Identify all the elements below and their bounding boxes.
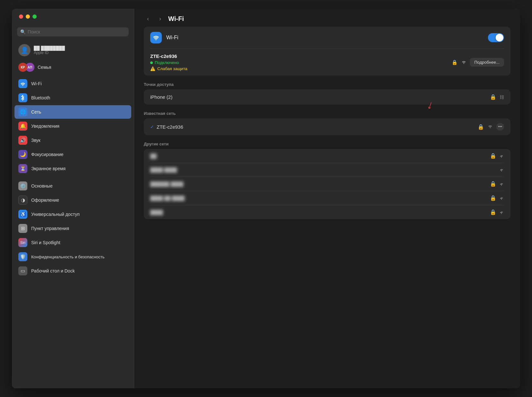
siri-label: Siri и Spotlight (31, 240, 60, 245)
wifi-toggle[interactable] (488, 33, 504, 42)
status-dot (150, 61, 153, 64)
lock-icon-connected: 🔒 (452, 60, 458, 65)
wifi-icon (18, 79, 27, 88)
lock-icon-other-3: 🔒 (490, 195, 496, 201)
main-content: ‹ › Wi-Fi Wi-Fi (134, 9, 520, 388)
sidebar-item-bluetooth[interactable]: Bluetooth (14, 91, 131, 105)
accessibility-label: Универсальный доступ (31, 212, 80, 217)
other-network-name-0: ██ (150, 153, 157, 159)
sidebar-item-notifications[interactable]: 🔔 Уведомления (14, 119, 131, 133)
search-icon: 🔍 (20, 29, 26, 34)
sidebar-item-general[interactable]: ⚙️ Основные (14, 179, 131, 193)
other-network-name-3: ████ ██ ████ (150, 196, 185, 201)
known-section: Известная сеть ↓ ✓ ZTE-c2e936 🔒 (144, 111, 510, 135)
family-avatar-1: КР (18, 63, 27, 72)
notifications-icon: 🔔 (18, 122, 27, 131)
other-networks-card: ██ 🔒 ████ ████ (144, 149, 510, 219)
family-label: Семья (38, 65, 51, 70)
sidebar-item-accessibility[interactable]: ♿ Универсальный доступ (14, 208, 131, 221)
wifi-header-row: Wi-Fi (144, 27, 510, 49)
other-network-row-2[interactable]: ██████ ████ 🔒 (144, 177, 510, 191)
other-networks-section: Другие сети ██ 🔒 ████ ████ (144, 142, 510, 219)
general-icon: ⚙️ (18, 181, 27, 190)
connected-network-row: ZTE-c2e936 Подключено ⚠️ Слабая защита 🔒 (144, 49, 510, 76)
sidebar-user[interactable]: 👤 ██ ████████ Apple ID (14, 42, 131, 59)
wifi-section-label: Wi-Fi (166, 35, 178, 41)
sidebar-item-network[interactable]: 🌐 Сеть (14, 105, 131, 119)
minimize-button[interactable] (26, 14, 30, 19)
link-icon: ⛓ (500, 95, 504, 100)
privacy-icon: 🛡️ (18, 252, 27, 261)
other-network-row-3[interactable]: ████ ██ ████ 🔒 (144, 191, 510, 205)
sound-label: Звук (31, 138, 41, 143)
desktop-icon: ▭ (18, 266, 27, 275)
hotspot-name: iPhone (2) (150, 94, 172, 100)
user-name: ██ ████████ (34, 46, 65, 51)
search-input[interactable] (28, 29, 125, 34)
known-title: Известная сеть (144, 111, 510, 118)
accessibility-icon: ♿ (18, 210, 27, 219)
other-network-row-0[interactable]: ██ 🔒 (144, 149, 510, 163)
wifi-icon-other-3 (499, 195, 504, 201)
bluetooth-label: Bluetooth (31, 95, 50, 100)
wifi-card: Wi-Fi ZTE-c2e936 Подключено (144, 27, 510, 76)
lock-icon-other-2: 🔒 (490, 181, 496, 187)
more-options-button[interactable]: ••• (496, 123, 504, 131)
other-network-row-4[interactable]: ████ 🔒 (144, 205, 510, 219)
sidebar-item-desktop[interactable]: ▭ Рабочий стол и Dock (14, 264, 131, 278)
warning-icon: ⚠️ (150, 66, 155, 71)
wifi-label: Wi-Fi (31, 81, 42, 86)
avatar: 👤 (18, 44, 31, 56)
control-icon: ⊞ (18, 224, 27, 233)
other-network-name-1: ████ ████ (150, 167, 177, 172)
sidebar-item-family[interactable]: КР АП Семья (14, 61, 131, 74)
wifi-icon-other-1 (499, 167, 504, 173)
sidebar-item-control[interactable]: ⊞ Пункт управления (14, 222, 131, 235)
hotspots-section: Точки доступа iPhone (2) 🔒 ⛓ (144, 82, 510, 105)
sidebar-item-appearance[interactable]: ◑ Оформление (14, 193, 131, 207)
lock-icon-hotspot: 🔒 (490, 94, 496, 100)
checkmark-icon: ✓ (150, 124, 154, 129)
back-button[interactable]: ‹ (144, 14, 152, 23)
known-network-name: ZTE-c2e936 (157, 124, 183, 130)
known-network-row[interactable]: ✓ ZTE-c2e936 🔒 ••• (144, 118, 510, 135)
privacy-label: Конфиденциальность и безопасность (31, 254, 105, 259)
connected-text: Подключено (155, 60, 179, 65)
bluetooth-icon (18, 93, 27, 102)
sidebar-item-siri[interactable]: Siri Siri и Spotlight (14, 236, 131, 249)
sound-icon: 🔊 (18, 136, 27, 145)
other-network-name-2: ██████ ████ (150, 181, 183, 187)
control-label: Пункт управления (31, 226, 69, 231)
appearance-icon: ◑ (18, 196, 27, 205)
hotspot-row-iphone[interactable]: iPhone (2) 🔒 ⛓ (144, 89, 510, 105)
wifi-icon-other-0 (499, 153, 504, 159)
wifi-icon-other-4 (499, 209, 504, 215)
weak-security-text: Слабая защита (157, 66, 187, 71)
desktop-label: Рабочий стол и Dock (31, 268, 75, 273)
sidebar: 🔍 👤 ██ ████████ Apple ID КР АП Семья (12, 9, 134, 388)
general-label: Основные (31, 183, 52, 189)
sidebar-item-wifi[interactable]: Wi-Fi (14, 77, 131, 90)
notifications-label: Уведомления (31, 124, 60, 129)
lock-icon-known: 🔒 (478, 124, 484, 130)
close-button[interactable] (19, 14, 23, 19)
wifi-signal-known (487, 124, 493, 130)
forward-button[interactable]: › (156, 14, 164, 23)
maximize-button[interactable] (32, 14, 37, 19)
sidebar-item-sound[interactable]: 🔊 Звук (14, 134, 131, 147)
topbar: ‹ › Wi-Fi (134, 9, 520, 27)
appearance-label: Оформление (31, 198, 59, 203)
other-network-name-4: ████ (150, 210, 163, 215)
security-status: ⚠️ Слабая защита (150, 66, 187, 71)
sidebar-item-screentime[interactable]: ⏳ Экранное время (14, 162, 131, 175)
screentime-label: Экранное время (31, 166, 66, 171)
sidebar-item-focus[interactable]: 🌙 Фокусирование (14, 148, 131, 161)
lock-icon-other-0: 🔒 (490, 153, 496, 159)
network-icon: 🌐 (18, 107, 27, 116)
other-network-row-1[interactable]: ████ ████ (144, 163, 510, 177)
sidebar-item-privacy[interactable]: 🛡️ Конфиденциальность и безопасность (14, 250, 131, 263)
search-bar[interactable]: 🔍 (17, 27, 129, 36)
details-button[interactable]: Подробнее... (470, 58, 504, 67)
hotspots-card: iPhone (2) 🔒 ⛓ (144, 89, 510, 105)
connected-network-name: ZTE-c2e936 (150, 53, 187, 59)
